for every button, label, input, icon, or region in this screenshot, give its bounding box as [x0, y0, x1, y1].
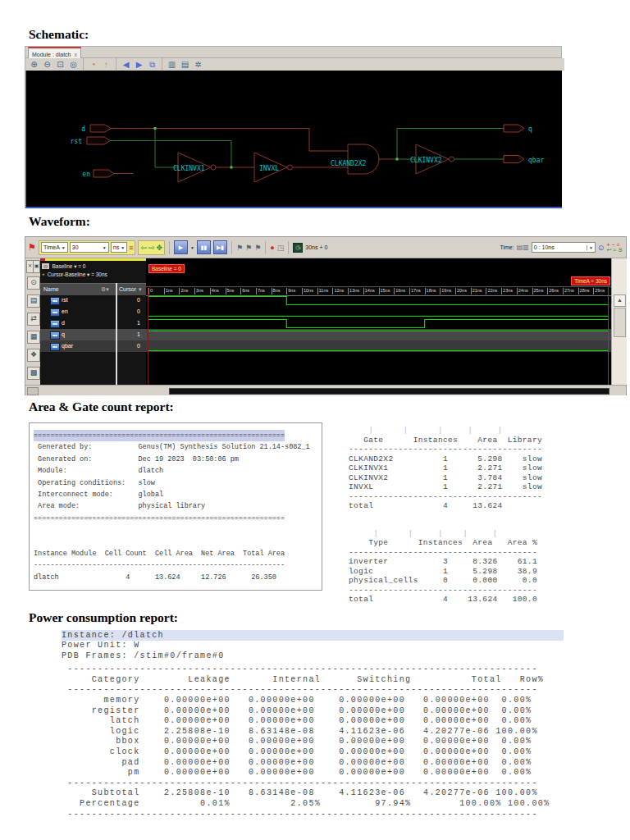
run-options-icon[interactable]: ▼ — [190, 245, 194, 250]
forward-icon[interactable]: ▶ — [134, 59, 144, 70]
port-qbar[interactable] — [504, 156, 524, 163]
signal-name: en — [62, 308, 68, 314]
area-report-heading: Area & Gate count report: — [29, 399, 174, 414]
timea-cursor-line[interactable] — [608, 286, 609, 385]
copy-icon[interactable]: ▥ — [167, 59, 177, 70]
power-header-text: Power Unit: W PDB Frames: /stim#0/frame#… — [62, 641, 628, 661]
run-button[interactable]: ▶ — [174, 240, 188, 254]
trace-rst[interactable] — [148, 297, 609, 305]
checkpoint-icon[interactable]: ⚑ — [236, 243, 243, 253]
spinner-icon[interactable]: ▼ — [103, 245, 107, 250]
signal-row-q[interactable]: q1 — [40, 329, 146, 340]
print-icon[interactable]: ▤ — [180, 59, 190, 70]
history-icon[interactable]: ◔ — [88, 59, 98, 70]
expand-time-icon[interactable]: ✥ — [157, 243, 163, 253]
layers-icon[interactable]: ▦ — [27, 331, 40, 344]
ruler-tick: 9ns — [286, 288, 295, 294]
cursor-icon: ⌖ — [42, 272, 45, 277]
signal-icon — [50, 343, 60, 351]
ruler-tick: 23ns — [501, 288, 513, 294]
zoom-search-icon[interactable]: ⊙ — [598, 243, 605, 253]
baseline-cursor-line[interactable] — [148, 286, 148, 385]
port-d[interactable] — [90, 125, 111, 132]
port-rst[interactable] — [87, 137, 110, 144]
transfer-icon[interactable]: ⇄ — [27, 313, 40, 326]
gate-invxl-label: INVXL — [259, 165, 279, 172]
pan-up-icon[interactable]: ↑ — [101, 59, 112, 70]
vertical-scrollbar[interactable]: ▲ — [611, 258, 627, 385]
checkpoint-icon[interactable]: ⚑ — [245, 243, 252, 253]
schematic-canvas[interactable]: d rst en q qbar CLKINVX1 INVXL CLKAND2X2… — [25, 71, 562, 208]
trace-icon[interactable]: ⧉ — [147, 59, 158, 70]
next-edge-icon[interactable]: ⇨ — [148, 243, 155, 253]
gate-clkand2x2-label: CLKAND2X2 — [331, 160, 367, 167]
pause-button[interactable]: ▮▮ — [197, 240, 211, 254]
port-qbar-label: qbar — [528, 157, 544, 164]
scrollbar-thumb[interactable] — [614, 308, 626, 337]
port-en[interactable] — [94, 170, 114, 177]
dock-icon[interactable]: ▣ — [33, 260, 40, 273]
scroll-up-icon[interactable]: ▲ — [614, 294, 626, 307]
probe-icon[interactable]: ❖ — [27, 349, 40, 362]
area-summary-report: ========================================… — [29, 422, 322, 591]
time-cursor-input[interactable]: 30▼ — [70, 242, 109, 253]
marker-options-icon[interactable]: ≡ — [129, 243, 133, 253]
power-instance-line: Instance: /dlatch — [62, 630, 564, 641]
search-icon[interactable]: ⊙ — [27, 276, 40, 290]
ruler-tick: 15ns — [379, 288, 390, 294]
range-pages-icon[interactable]: ▤▥ — [517, 243, 529, 253]
signal-row-d[interactable]: d1 — [40, 317, 146, 329]
reset-sim-icon[interactable]: ◳ — [277, 243, 285, 253]
run-to-end-button[interactable]: ▶▮ — [213, 240, 227, 254]
horizontal-scrollbar[interactable] — [169, 388, 609, 395]
signal-traces — [146, 294, 611, 385]
baseline-cursor-tag[interactable]: Baseline = 0 — [148, 264, 185, 273]
baseline-marker-strip — [40, 258, 146, 261]
marker-flag-icon[interactable]: ⚑ — [28, 242, 36, 253]
schematic-tab-bar: Module : dlatch x — [25, 47, 561, 58]
sim-time-display: 30ns + 0 — [305, 244, 327, 250]
zoom-out-icon[interactable]: ⊖ — [42, 59, 52, 70]
ruler-tick: 1ns — [164, 288, 173, 294]
column-separator[interactable] — [116, 283, 117, 385]
back-icon[interactable]: ◀ — [121, 59, 131, 70]
gate-clkand2x2[interactable] — [348, 144, 379, 174]
signal-row-en[interactable]: en0 — [40, 306, 146, 317]
zoom-aux-icons[interactable]: ↩ ≈ ８ — [606, 248, 623, 253]
tab-close-icon[interactable]: x — [74, 52, 77, 57]
corner-widget[interactable] — [27, 387, 39, 395]
cursor-column-header[interactable]: Cursor — [119, 286, 136, 292]
schematic-heading: Schematic: — [29, 27, 89, 42]
signal-row-qbar[interactable]: qbar0 — [40, 340, 146, 352]
signal-row-rst[interactable]: rst0 — [40, 294, 146, 306]
trace-d[interactable] — [148, 320, 609, 328]
stop-sim-icon[interactable]: ● — [270, 243, 274, 253]
ruler-tick: 0 — [148, 288, 153, 294]
waveform-side-toolbar: ✕▣⊙▤⇄▦❖▩ — [25, 258, 41, 385]
time-cursor-select[interactable]: TimeA▼ — [41, 242, 68, 253]
waveform-canvas[interactable]: Baseline = 0 TimeA = 30ns 01ns2ns3ns4ns5… — [146, 258, 611, 385]
zoom-in-icon[interactable]: ⊕ — [29, 59, 39, 70]
chevron-down-icon: ▼ — [62, 245, 66, 250]
name-column-settings-icon[interactable]: ⚙▾ — [101, 286, 109, 293]
timea-cursor-tag[interactable]: TimeA = 30ns — [571, 276, 610, 285]
cursor-column-settings-icon[interactable]: ▾ — [139, 286, 142, 293]
grid-icon[interactable]: ▩ — [27, 367, 40, 380]
waveform-window: ⚑ TimeA▼ 30▼ ns▼ ≡ ⇦ ⇨ ✥ ▶ ▼ ▮▮ ▶▮ ⚑ ⚑ ⚑… — [25, 236, 627, 395]
settings-icon[interactable]: ✲ — [193, 59, 203, 70]
search-names-icon[interactable]: ⊙ — [42, 263, 49, 269]
checkpoint-icon[interactable]: ⚑ — [254, 243, 261, 253]
time-unit-select[interactable]: ns▼ — [111, 242, 127, 253]
gate-clkinvx2-bubble — [450, 157, 454, 162]
zoom-select-icon[interactable]: ◎ — [68, 59, 79, 70]
time-range-select[interactable]: 0 : 10ns▼ — [532, 242, 596, 253]
prev-edge-icon[interactable]: ⇦ — [140, 243, 147, 253]
zoom-fit-icon[interactable]: ⊡ — [55, 59, 66, 70]
name-column-header[interactable]: Name — [43, 286, 59, 292]
junction-dot — [231, 167, 233, 169]
pages-icon[interactable]: ▤ — [27, 294, 40, 308]
type-table-ruler: | | | | | — [349, 529, 628, 539]
wire-d-branch — [155, 129, 178, 168]
ruler-tick: 13ns — [348, 288, 359, 294]
port-q[interactable] — [504, 125, 524, 132]
